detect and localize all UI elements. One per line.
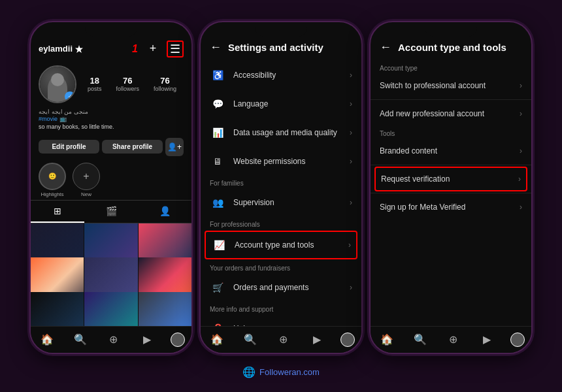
- help-icon: ❓: [210, 321, 225, 326]
- profile-tabs: ⊞ 🎬 👤: [31, 200, 191, 223]
- watermark: 🌐 Followeran.com: [242, 366, 320, 378]
- profile-stats: ✓ 18 posts 76 followers 76 following: [31, 63, 191, 106]
- settings-help[interactable]: ❓ Help ›: [201, 314, 361, 326]
- nav-reels-icon-2[interactable]: ▶: [307, 332, 327, 348]
- tab-reels[interactable]: 🎬: [84, 201, 138, 223]
- discover-people-icon[interactable]: 👤+: [165, 138, 184, 156]
- tools-section-label: Tools: [371, 126, 531, 139]
- nav-search-icon-3[interactable]: 🔍: [410, 332, 430, 348]
- chevron-icon: ›: [350, 157, 352, 166]
- chevron-icon: ›: [348, 240, 351, 250]
- profile-header: eylamdii 1 + ☰: [31, 22, 191, 63]
- nav-profile-avatar[interactable]: [171, 333, 185, 347]
- chevron-icon: ›: [518, 174, 521, 184]
- chevron-icon: ›: [350, 99, 352, 108]
- phones-container: eylamdii 1 + ☰ ✓: [23, 14, 539, 361]
- back-arrow-icon-3[interactable]: ←: [380, 41, 391, 54]
- nav-add-icon-2[interactable]: ⊕: [274, 332, 293, 348]
- username-display: eylamdii: [39, 44, 83, 54]
- nav-profile-avatar-2[interactable]: [340, 333, 355, 347]
- settings-accessibility[interactable]: ♿ Accessibility ›: [201, 61, 361, 90]
- highlight-circle: 🙂: [39, 163, 66, 190]
- divider-2: [371, 165, 531, 165]
- header-icons: 1 + ☰: [132, 41, 184, 57]
- settings-orders[interactable]: 🛒 Orders and payments ›: [201, 273, 361, 302]
- new-highlight-item[interactable]: + New: [73, 163, 100, 197]
- settings-language[interactable]: 💬 Language ›: [201, 90, 361, 118]
- meta-verified-item[interactable]: Sign up for Meta Verified ›: [371, 195, 531, 220]
- menu-icon[interactable]: ☰: [167, 41, 184, 57]
- back-arrow-icon[interactable]: ←: [210, 41, 222, 54]
- highlight-item[interactable]: 🙂 Highlights: [39, 163, 66, 197]
- settings-header: ← Settings and activity: [201, 22, 361, 61]
- avatar[interactable]: ✓: [39, 65, 76, 103]
- add-post-icon[interactable]: +: [144, 41, 161, 57]
- section-orders-label: Your orders and fundraisers: [201, 261, 361, 273]
- account-type-icon: 📈: [211, 237, 227, 253]
- branded-content-item[interactable]: Branded content ›: [371, 139, 531, 163]
- stat-followers[interactable]: 76 followers: [116, 76, 139, 92]
- highlights-row: 🙂 Highlights + New: [31, 160, 191, 200]
- settings-screen: ← Settings and activity ♿ Accessibility …: [201, 22, 361, 353]
- nav-add-icon[interactable]: ⊕: [104, 332, 124, 348]
- settings-account-type[interactable]: 📈 Account type and tools › ۲: [205, 231, 357, 259]
- nav-search-icon-2[interactable]: 🔍: [240, 332, 260, 348]
- section-support-label: More info and support: [201, 302, 361, 314]
- edit-profile-button[interactable]: Edit profile: [39, 140, 99, 154]
- new-highlight-circle: +: [73, 163, 100, 190]
- bottom-nav-3: 🏠 🔍 ⊕ ▶: [371, 326, 531, 353]
- globe-icon: 🌐: [242, 366, 256, 378]
- chevron-icon: ›: [350, 324, 352, 326]
- watermark-text: Followeran.com: [259, 367, 320, 377]
- stat-posts: 18 posts: [88, 76, 102, 92]
- divider: [371, 99, 531, 100]
- nav-profile-avatar-3[interactable]: [510, 333, 525, 347]
- account-screen: ← Account type and tools Account type Sw…: [371, 22, 531, 353]
- chevron-icon: ›: [350, 128, 352, 137]
- account-header: ← Account type and tools: [371, 22, 531, 61]
- photo-9[interactable]: [139, 292, 191, 326]
- switch-professional-item[interactable]: Switch to professional account ›: [371, 73, 531, 98]
- settings-supervision[interactable]: 👥 Supervision ›: [201, 188, 361, 217]
- chevron-icon: ›: [520, 81, 522, 90]
- tab-grid[interactable]: ⊞: [31, 201, 84, 223]
- nav-search-icon[interactable]: 🔍: [71, 332, 90, 348]
- supervision-icon: 👥: [210, 195, 225, 210]
- nav-home-icon-3[interactable]: 🏠: [377, 332, 397, 348]
- phone-3-account: ← Account type and tools Account type Sw…: [369, 21, 533, 354]
- nav-home-icon-2[interactable]: 🏠: [207, 332, 227, 348]
- website-icon: 🖥: [210, 154, 225, 169]
- chevron-icon: ›: [350, 198, 352, 207]
- account-list: Account type Switch to professional acco…: [371, 61, 531, 326]
- chevron-icon: ›: [520, 146, 522, 155]
- divider-3: [371, 193, 531, 193]
- photo-8[interactable]: [84, 292, 137, 326]
- accessibility-icon: ♿: [210, 67, 225, 83]
- language-icon: 💬: [210, 96, 225, 112]
- bottom-nav-2: 🏠 🔍 ⊕ ▶: [201, 326, 361, 353]
- tab-tagged[interactable]: 👤: [138, 201, 191, 223]
- settings-data-usage[interactable]: 📊 Data usage and media quality ›: [201, 118, 361, 147]
- phone-2-settings: ← Settings and activity ♿ Accessibility …: [199, 21, 363, 354]
- bio-text: #movie 📺: [39, 115, 184, 123]
- bottom-nav: 🏠 🔍 ⊕ ▶: [31, 326, 191, 353]
- stat-following[interactable]: 76 following: [154, 76, 176, 92]
- section-professionals-label: For professionals: [201, 217, 361, 229]
- data-usage-icon: 📊: [210, 125, 225, 140]
- nav-home-icon[interactable]: 🏠: [37, 332, 57, 348]
- chevron-icon: ›: [520, 203, 522, 212]
- nav-reels-icon-3[interactable]: ▶: [477, 332, 497, 348]
- share-profile-button[interactable]: Share profile: [102, 140, 163, 154]
- add-professional-item[interactable]: Add new professional account ›: [371, 101, 531, 126]
- profile-actions: Edit profile Share profile 👤+: [31, 134, 191, 160]
- account-type-section-label: Account type: [371, 61, 531, 73]
- nav-add-icon-3[interactable]: ⊕: [444, 332, 463, 348]
- nav-reels-icon[interactable]: ▶: [137, 332, 157, 348]
- step-1-indicator: 1: [132, 43, 138, 55]
- settings-website-permissions[interactable]: 🖥 Website permissions ›: [201, 147, 361, 176]
- chevron-icon: ›: [520, 109, 522, 118]
- request-verification-item[interactable]: Request verification › ۳: [374, 167, 527, 191]
- account-title: Account type and tools: [398, 42, 506, 53]
- photo-7[interactable]: [31, 292, 84, 326]
- profile-bio: منجی من ایجه ایجه #movie 📺 so many books…: [31, 106, 191, 134]
